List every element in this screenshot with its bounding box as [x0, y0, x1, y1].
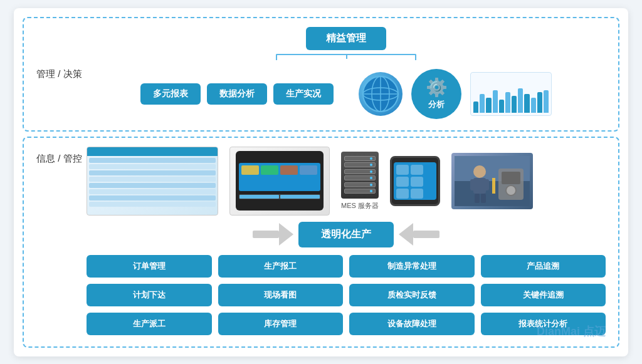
screenshot-row: [89, 158, 216, 163]
control-panel-inner: [236, 151, 324, 211]
tablet-app: [411, 165, 423, 175]
server-slot-dot: [370, 170, 372, 173]
tablet-app: [411, 189, 423, 199]
mes-server: MES 服务器: [341, 152, 379, 211]
chart-bar-1: [480, 94, 485, 113]
func-box-4: 计划下达: [87, 284, 212, 306]
svg-rect-10: [483, 179, 489, 190]
top-section-label: 管理 / 决策: [36, 68, 82, 80]
tablet-app: [396, 177, 409, 187]
top-content: 精益管理 多元报表 数据分析 生产实况: [87, 27, 606, 119]
screenshot-row: [89, 195, 216, 200]
func-box-2: 制造异常处理: [349, 255, 475, 278]
func-box-5: 现场看图: [218, 284, 344, 306]
func-box-1: 生产报工: [218, 255, 344, 278]
svg-rect-14: [502, 172, 520, 184]
tablet-device: [390, 156, 440, 206]
svg-point-15: [506, 185, 516, 195]
chart-preview: [470, 72, 552, 116]
server-slot: [344, 156, 376, 161]
top-section: 管理 / 决策 精益管理 多元报表 数据分析 生产实况: [23, 17, 619, 132]
tablet-screen: [394, 162, 436, 200]
svg-rect-9: [470, 179, 476, 190]
software-screenshot: [87, 147, 218, 216]
svg-marker-18: [279, 223, 293, 246]
panel-app: [280, 165, 298, 175]
three-boxes-row: 多元报表 数据分析 生产实况: [140, 69, 552, 119]
tablet-app: [396, 165, 409, 175]
info-images-row: MES 服务器: [87, 147, 606, 216]
server-slot-dot: [370, 184, 372, 186]
screenshot-row: [89, 189, 216, 194]
func-box-11: 报表统计分析: [481, 313, 606, 335]
sub-box-data: 数据分析: [207, 83, 267, 105]
server-slot-dot: [370, 177, 372, 179]
factory-scene-svg: [455, 156, 530, 206]
bottom-section-label: 信息 / 管控: [36, 153, 82, 165]
svg-rect-19: [413, 231, 439, 238]
chart-bar-4: [499, 100, 504, 113]
server-slot: [344, 169, 376, 174]
func-box-9: 库存管理: [218, 313, 344, 335]
globe-icon: [359, 72, 403, 116]
screenshot-rows: [87, 156, 218, 209]
server-slot: [344, 162, 376, 167]
control-panel-screenshot: [229, 147, 330, 216]
sub-box-reports: 多元报表: [140, 83, 201, 105]
panel-bottom: [239, 194, 320, 199]
panel-indicator: [239, 195, 279, 199]
tablet-app: [396, 189, 409, 199]
screenshot-row: [89, 164, 216, 169]
bracket-container: [258, 54, 434, 65]
func-box-7: 关键件追溯: [481, 284, 606, 306]
svg-point-7: [473, 165, 486, 178]
func-box-0: 订单管理: [87, 255, 212, 278]
panel-app: [241, 165, 259, 175]
arrow-left-icon: [399, 223, 443, 246]
chart-bar-2: [486, 98, 491, 113]
svg-rect-11: [475, 194, 480, 203]
function-grid: 订单管理生产报工制造异常处理产品追溯计划下达现场看图质检实时反馈关键件追溯生产派…: [87, 255, 606, 335]
panel-indicator: [280, 195, 320, 199]
server-slot: [344, 175, 376, 180]
func-box-10: 设备故障处理: [349, 313, 475, 335]
analysis-badge: ⚙️ 分析: [411, 69, 461, 119]
mes-server-label: MES 服务器: [341, 201, 379, 211]
server-icon: [341, 152, 379, 199]
svg-rect-16: [492, 178, 495, 194]
bracket-line: [258, 54, 434, 65]
server-slot-dot: [370, 164, 372, 166]
main-container: 管理 / 决策 精益管理 多元报表 数据分析 生产实况: [14, 8, 628, 356]
screenshot-header: [87, 147, 218, 156]
server-slot-dot: [370, 190, 372, 192]
chart-bar-3: [493, 90, 498, 113]
func-box-6: 质检实时反馈: [349, 284, 475, 306]
server-slot: [344, 189, 376, 194]
panel-app: [300, 165, 317, 175]
func-box-8: 生产派工: [87, 313, 212, 335]
tablet-icon: [390, 156, 440, 206]
chart-bar-6: [512, 96, 517, 113]
screenshot-inner: [87, 147, 218, 215]
screenshot-row: [89, 183, 216, 188]
tablet-app: [411, 177, 423, 187]
lean-mgmt-box: 精益管理: [306, 27, 386, 50]
sub-box-production: 生产实况: [273, 83, 334, 105]
sub-boxes-container: 多元报表 数据分析 生产实况: [140, 83, 334, 105]
chart-bar-7: [518, 88, 523, 113]
server-slot: [344, 182, 376, 187]
svg-rect-12: [481, 194, 486, 203]
analysis-label: 分析: [428, 99, 445, 110]
server-slot-dot: [370, 157, 372, 160]
chart-bar-11: [544, 90, 549, 113]
chart-bar-9: [531, 98, 536, 113]
chart-bar-0: [473, 101, 478, 113]
func-box-3: 产品追溯: [481, 255, 606, 278]
chart-bar-10: [537, 92, 542, 113]
factory-photo: [451, 153, 533, 209]
top-right-images: ⚙️ 分析: [359, 69, 552, 119]
bottom-section: 信息 / 管控: [23, 137, 619, 348]
screenshot-row: [89, 170, 216, 175]
transparent-production-box: 透明化生产: [298, 222, 394, 247]
panel-screen: [239, 163, 320, 191]
